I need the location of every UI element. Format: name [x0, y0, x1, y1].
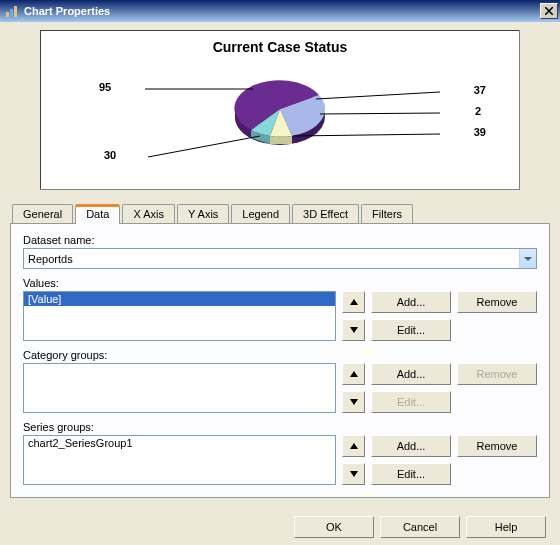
category-edit-button[interactable]: Edit... — [371, 391, 451, 413]
values-move-up[interactable] — [342, 291, 365, 313]
pie-chart — [49, 59, 511, 169]
chart-title: Current Case Status — [49, 39, 511, 55]
cancel-button[interactable]: Cancel — [380, 516, 460, 538]
series-remove-button[interactable]: Remove — [457, 435, 537, 457]
values-add-button[interactable]: Add... — [371, 291, 451, 313]
tab-legend[interactable]: Legend — [231, 204, 290, 223]
window-title: Chart Properties — [24, 5, 540, 17]
chevron-down-icon[interactable] — [519, 249, 536, 268]
close-button[interactable] — [540, 3, 558, 19]
category-add-button[interactable]: Add... — [371, 363, 451, 385]
category-listbox[interactable] — [23, 363, 336, 413]
pie-label: 37 — [474, 84, 486, 96]
tab-3deffect[interactable]: 3D Effect — [292, 204, 359, 223]
values-remove-button[interactable]: Remove — [457, 291, 537, 313]
pie-label: 2 — [475, 105, 481, 117]
series-edit-button[interactable]: Edit... — [371, 463, 451, 485]
values-label: Values: — [23, 277, 537, 289]
series-label: Series groups: — [23, 421, 537, 433]
series-add-button[interactable]: Add... — [371, 435, 451, 457]
svg-rect-0 — [6, 12, 9, 17]
app-icon — [4, 3, 20, 19]
chart-preview: Current Case Status 95 — [40, 30, 520, 190]
category-label: Category groups: — [23, 349, 537, 361]
category-remove-button[interactable]: Remove — [457, 363, 537, 385]
chart-area: 95 37 2 39 30 — [49, 59, 511, 169]
tab-yaxis[interactable]: Y Axis — [177, 204, 229, 223]
titlebar: Chart Properties — [0, 0, 560, 22]
pie-label: 39 — [474, 126, 486, 138]
tab-xaxis[interactable]: X Axis — [122, 204, 175, 223]
dialog-buttons: OK Cancel Help — [0, 506, 560, 545]
svg-rect-1 — [10, 9, 13, 17]
tab-filters[interactable]: Filters — [361, 204, 413, 223]
dataset-input[interactable] — [24, 249, 519, 268]
series-move-down[interactable] — [342, 463, 365, 485]
values-listbox[interactable]: [Value] — [23, 291, 336, 341]
help-button[interactable]: Help — [466, 516, 546, 538]
data-panel: Dataset name: Values: [Value] Add... Edi… — [10, 224, 550, 498]
values-move-down[interactable] — [342, 319, 365, 341]
tab-bar: General Data X Axis Y Axis Legend 3D Eff… — [10, 204, 550, 224]
pie-label: 95 — [99, 81, 111, 93]
values-edit-button[interactable]: Edit... — [371, 319, 451, 341]
series-listbox[interactable]: chart2_SeriesGroup1 — [23, 435, 336, 485]
list-item[interactable]: chart2_SeriesGroup1 — [24, 436, 335, 450]
dataset-combo[interactable] — [23, 248, 537, 269]
category-move-up[interactable] — [342, 363, 365, 385]
ok-button[interactable]: OK — [294, 516, 374, 538]
svg-rect-2 — [14, 6, 17, 17]
list-item[interactable]: [Value] — [24, 292, 335, 306]
series-move-up[interactable] — [342, 435, 365, 457]
category-move-down[interactable] — [342, 391, 365, 413]
pie-label: 30 — [104, 149, 116, 161]
dataset-label: Dataset name: — [23, 234, 537, 246]
tab-data[interactable]: Data — [75, 204, 120, 224]
svg-line-5 — [316, 92, 440, 99]
svg-line-8 — [148, 136, 260, 157]
svg-line-6 — [320, 113, 440, 114]
tab-general[interactable]: General — [12, 204, 73, 223]
